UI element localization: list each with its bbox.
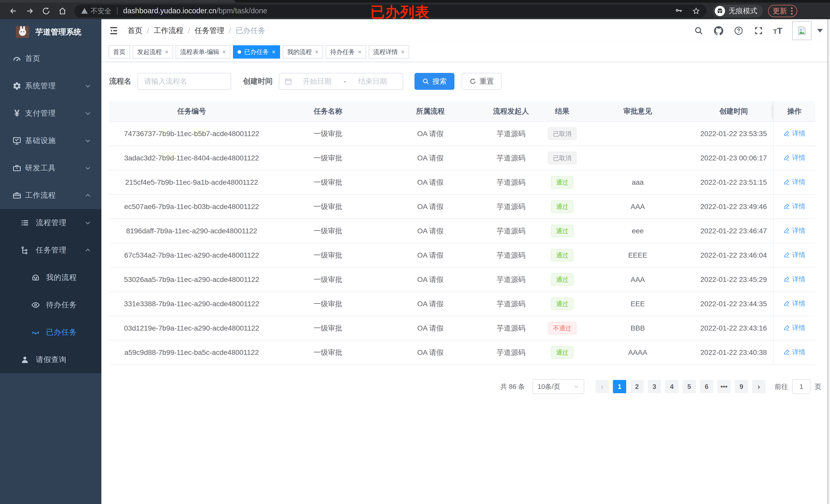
bookmark-star-icon[interactable] bbox=[692, 7, 700, 15]
reload-icon[interactable] bbox=[42, 7, 51, 15]
tab[interactable]: 已办任务 × bbox=[233, 45, 280, 59]
next-page-button[interactable]: › bbox=[752, 380, 765, 393]
help-icon[interactable] bbox=[733, 26, 744, 36]
sidebar-item-my-process[interactable]: 我的流程 bbox=[0, 264, 101, 291]
detail-link[interactable]: 详情 bbox=[784, 177, 805, 187]
done-task-table: 任务编号任务名称所属流程流程发起人结果审批意见创建时间操作 74736737-7… bbox=[109, 101, 815, 365]
end-date-placeholder[interactable]: 结束日期 bbox=[348, 76, 397, 86]
detail-link[interactable]: 详情 bbox=[784, 129, 805, 138]
sidebar-item-process-mgmt[interactable]: 流程管理 bbox=[0, 209, 101, 236]
navbar: 首页 / 工作流程 / 任务管理 / 已办任务 TT bbox=[101, 19, 830, 42]
url-host[interactable]: dashboard.yudao.iocoder.cn bbox=[123, 7, 216, 15]
tab[interactable]: 流程详情 × bbox=[369, 45, 409, 59]
tags-view-bar: 首页 × 发起流程 × 流程表单-编辑 × 已办任务 × 我的流程 × 待办任务… bbox=[101, 42, 830, 62]
action-cell: 详情 bbox=[773, 292, 815, 316]
reset-button[interactable]: 重置 bbox=[461, 73, 502, 90]
page-size-select[interactable]: 10条/页 bbox=[533, 379, 584, 394]
result-cell: 通过 bbox=[543, 340, 581, 365]
tab[interactable]: 流程表单-编辑 × bbox=[175, 45, 230, 59]
sidebar-item-workflow[interactable]: 工作流程 bbox=[0, 182, 101, 209]
back-icon[interactable] bbox=[9, 7, 18, 15]
close-icon[interactable]: × bbox=[222, 49, 226, 55]
sidebar-item-devtools[interactable]: 研发工具 bbox=[0, 154, 101, 182]
action-cell: 详情 bbox=[773, 122, 815, 146]
search-button[interactable]: 搜索 bbox=[414, 73, 454, 90]
page-button[interactable]: 4 bbox=[665, 380, 678, 393]
result-cell: 通过 bbox=[543, 243, 581, 267]
close-icon[interactable]: × bbox=[165, 49, 168, 55]
incognito-badge: 无痕模式 bbox=[713, 5, 763, 18]
detail-link[interactable]: 详情 bbox=[784, 250, 805, 260]
sidebar-item-infra[interactable]: 基础设施 bbox=[0, 127, 101, 154]
prev-page-button[interactable]: ‹ bbox=[596, 380, 609, 393]
url-path[interactable]: /bpm/task/done bbox=[216, 7, 267, 15]
created-cell: 2022-01-22 23:44:35 bbox=[694, 292, 773, 316]
process-cell: OA 请假 bbox=[382, 243, 479, 267]
eye-closed-icon bbox=[31, 328, 40, 337]
detail-link[interactable]: 详情 bbox=[784, 348, 805, 357]
close-icon[interactable]: × bbox=[272, 49, 276, 55]
sidebar: 芋道管理系统 首页 系统管理 ¥ 支付管理 基础设施 bbox=[0, 19, 101, 504]
page-button[interactable]: 6 bbox=[700, 380, 713, 393]
sidebar-item-home[interactable]: 首页 bbox=[0, 45, 101, 72]
key-icon[interactable] bbox=[675, 7, 682, 15]
breadcrumb-home[interactable]: 首页 bbox=[127, 26, 142, 36]
caret-down-icon[interactable] bbox=[817, 29, 823, 33]
incognito-icon bbox=[715, 6, 725, 16]
task-name-cell: 一级审批 bbox=[274, 243, 382, 267]
page-button[interactable]: 2 bbox=[630, 380, 644, 393]
created-cell: 2022-01-22 23:53:35 bbox=[694, 122, 773, 146]
sidebar-item-payment[interactable]: ¥ 支付管理 bbox=[0, 100, 101, 127]
start-date-placeholder[interactable]: 开始日期 bbox=[292, 76, 342, 86]
date-range-picker[interactable]: 开始日期 - 结束日期 bbox=[279, 73, 403, 90]
detail-link[interactable]: 详情 bbox=[784, 202, 805, 211]
logo-row[interactable]: 芋道管理系统 bbox=[0, 19, 101, 45]
sidebar-item-leave-query[interactable]: 请假查询 bbox=[0, 346, 101, 373]
table-row: 8196daff-7b9a-11ec-a290-acde48001122 一级审… bbox=[109, 219, 815, 243]
page-button[interactable]: ••• bbox=[717, 380, 731, 393]
window-scrollbar[interactable] bbox=[827, 19, 830, 504]
browser-menu-icon[interactable] bbox=[791, 7, 793, 14]
close-icon[interactable]: × bbox=[401, 49, 405, 55]
github-icon[interactable] bbox=[713, 26, 724, 36]
chevron-down-icon bbox=[85, 137, 91, 144]
detail-link[interactable]: 详情 bbox=[784, 153, 805, 162]
process-name-input[interactable] bbox=[137, 73, 231, 90]
sidebar-fold-icon[interactable] bbox=[108, 26, 119, 36]
goto-page-input[interactable] bbox=[792, 379, 810, 394]
tab[interactable]: 待办任务 × bbox=[326, 45, 366, 59]
page-button[interactable]: 3 bbox=[648, 380, 661, 393]
detail-link[interactable]: 详情 bbox=[784, 226, 805, 235]
browser-active-tab[interactable] bbox=[0, 0, 235, 3]
detail-link[interactable]: 详情 bbox=[784, 299, 805, 308]
search-icon[interactable] bbox=[694, 26, 704, 36]
detail-link[interactable]: 详情 bbox=[784, 324, 805, 332]
close-icon[interactable]: × bbox=[358, 49, 361, 55]
fullscreen-icon[interactable] bbox=[754, 26, 764, 36]
close-icon[interactable]: × bbox=[315, 49, 318, 55]
not-secure-label[interactable]: 不安全 bbox=[91, 6, 111, 15]
home-icon[interactable] bbox=[58, 7, 67, 15]
page-button[interactable]: 5 bbox=[682, 380, 696, 393]
breadcrumb-workflow[interactable]: 工作流程 bbox=[154, 26, 183, 36]
breadcrumb-task-mgmt[interactable]: 任务管理 bbox=[195, 26, 224, 36]
edit-pencil-icon bbox=[784, 227, 790, 234]
result-badge: 通过 bbox=[551, 249, 573, 262]
page-button[interactable]: 9 bbox=[735, 380, 748, 393]
sidebar-item-system[interactable]: 系统管理 bbox=[0, 72, 101, 100]
sidebar-item-task-mgmt[interactable]: 任务管理 bbox=[0, 236, 101, 264]
tab[interactable]: 首页 × bbox=[108, 45, 130, 59]
created-cell: 2022-01-22 23:46:04 bbox=[694, 243, 773, 267]
action-cell: 详情 bbox=[773, 195, 815, 219]
tab[interactable]: 我的流程 × bbox=[283, 45, 323, 59]
font-size-icon[interactable]: TT bbox=[773, 26, 783, 36]
sidebar-item-done-tasks[interactable]: 已办任务 bbox=[0, 318, 101, 346]
sidebar-item-todo-tasks[interactable]: 待办任务 bbox=[0, 291, 101, 318]
avatar[interactable] bbox=[792, 21, 811, 40]
forward-icon[interactable] bbox=[25, 7, 34, 15]
page-button[interactable]: 1 bbox=[613, 380, 626, 393]
result-cell: 已取消 bbox=[543, 122, 581, 146]
detail-link[interactable]: 详情 bbox=[784, 275, 805, 284]
tab[interactable]: 发起流程 × bbox=[133, 45, 173, 59]
update-button[interactable]: 更新 bbox=[768, 5, 797, 17]
